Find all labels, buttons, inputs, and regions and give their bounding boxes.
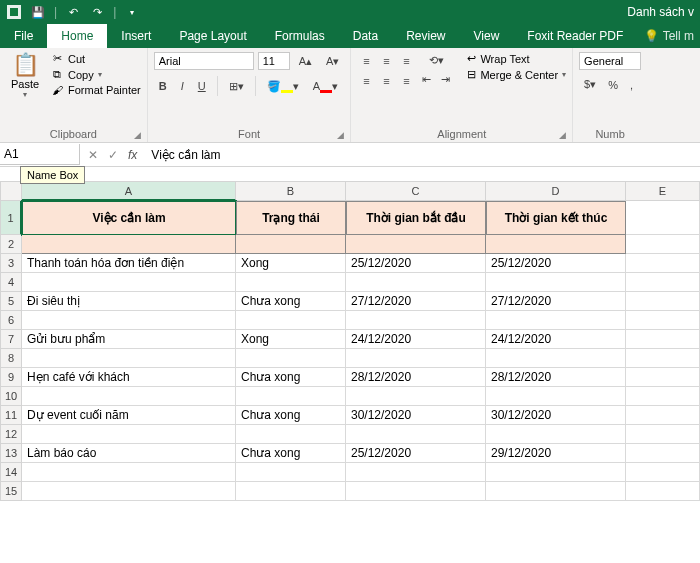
- cell[interactable]: [626, 201, 700, 235]
- align-center-icon[interactable]: ≡: [377, 72, 395, 90]
- cell[interactable]: [236, 425, 346, 444]
- cell[interactable]: [236, 482, 346, 501]
- cell[interactable]: [236, 349, 346, 368]
- tab-file[interactable]: File: [0, 24, 47, 48]
- row-header[interactable]: 14: [0, 463, 22, 482]
- fill-color-button[interactable]: 🪣▾: [262, 78, 304, 95]
- comma-format-button[interactable]: ,: [625, 76, 638, 93]
- row-header[interactable]: 3: [0, 254, 22, 273]
- cell[interactable]: 24/12/2020: [346, 330, 486, 349]
- cell[interactable]: [626, 482, 700, 501]
- increase-indent-icon[interactable]: ⇥: [436, 71, 455, 88]
- cell[interactable]: Chưa xong: [236, 406, 346, 425]
- tab-home[interactable]: Home: [47, 24, 107, 48]
- cancel-formula-icon[interactable]: ✕: [84, 148, 102, 162]
- cell[interactable]: Thời gian bắt đầu: [346, 201, 486, 235]
- row-header[interactable]: 6: [0, 311, 22, 330]
- column-header-B[interactable]: B: [236, 181, 346, 201]
- cell[interactable]: [486, 311, 626, 330]
- cell[interactable]: [22, 425, 236, 444]
- cell[interactable]: [346, 311, 486, 330]
- cell[interactable]: [346, 235, 486, 254]
- cell[interactable]: Gửi bưu phẩm: [22, 330, 236, 349]
- tab-formulas[interactable]: Formulas: [261, 24, 339, 48]
- save-icon[interactable]: 💾: [28, 2, 48, 22]
- row-header[interactable]: 10: [0, 387, 22, 406]
- cell[interactable]: 25/12/2020: [346, 254, 486, 273]
- accounting-format-button[interactable]: $▾: [579, 76, 601, 93]
- borders-button[interactable]: ⊞▾: [224, 78, 249, 95]
- cell[interactable]: [486, 273, 626, 292]
- font-color-button[interactable]: A▾: [308, 78, 343, 95]
- cell[interactable]: 30/12/2020: [346, 406, 486, 425]
- align-left-icon[interactable]: ≡: [357, 72, 375, 90]
- align-bottom-icon[interactable]: ≡: [397, 52, 415, 70]
- row-header[interactable]: 8: [0, 349, 22, 368]
- cell[interactable]: [486, 235, 626, 254]
- cell[interactable]: [626, 292, 700, 311]
- row-header[interactable]: 7: [0, 330, 22, 349]
- cell[interactable]: [22, 311, 236, 330]
- align-middle-icon[interactable]: ≡: [377, 52, 395, 70]
- cell[interactable]: [236, 235, 346, 254]
- underline-button[interactable]: U: [193, 78, 211, 94]
- merge-center-button[interactable]: ⊟Merge & Center▾: [467, 68, 566, 81]
- column-header-C[interactable]: C: [346, 181, 486, 201]
- cell[interactable]: Việc cần làm: [22, 201, 236, 235]
- cell[interactable]: [22, 482, 236, 501]
- cell[interactable]: 25/12/2020: [346, 444, 486, 463]
- cell[interactable]: [22, 349, 236, 368]
- column-header-A[interactable]: A: [22, 181, 236, 201]
- tab-data[interactable]: Data: [339, 24, 392, 48]
- cell[interactable]: 28/12/2020: [486, 368, 626, 387]
- cell[interactable]: [346, 273, 486, 292]
- cell[interactable]: Chưa xong: [236, 292, 346, 311]
- copy-button[interactable]: ⧉Copy▾: [50, 68, 141, 81]
- cell[interactable]: [626, 235, 700, 254]
- cell[interactable]: [346, 463, 486, 482]
- align-top-icon[interactable]: ≡: [357, 52, 375, 70]
- cell[interactable]: [236, 463, 346, 482]
- tab-insert[interactable]: Insert: [107, 24, 165, 48]
- cell[interactable]: [22, 273, 236, 292]
- decrease-indent-icon[interactable]: ⇤: [417, 71, 436, 88]
- decrease-font-icon[interactable]: A▾: [321, 53, 344, 70]
- cell[interactable]: Chưa xong: [236, 368, 346, 387]
- cell[interactable]: 29/12/2020: [486, 444, 626, 463]
- cell[interactable]: [486, 463, 626, 482]
- number-format-select[interactable]: [579, 52, 641, 70]
- cell[interactable]: 27/12/2020: [486, 292, 626, 311]
- cell[interactable]: [486, 425, 626, 444]
- cell[interactable]: [22, 235, 236, 254]
- cell[interactable]: Dự event cuối năm: [22, 406, 236, 425]
- cell[interactable]: Thời gian kết thúc: [486, 201, 626, 235]
- cell[interactable]: Làm báo cáo: [22, 444, 236, 463]
- tab-view[interactable]: View: [460, 24, 514, 48]
- select-all-corner[interactable]: [0, 181, 22, 201]
- row-header[interactable]: 9: [0, 368, 22, 387]
- orientation-button[interactable]: ⟲▾: [417, 52, 455, 69]
- cell[interactable]: Xong: [236, 254, 346, 273]
- font-name-select[interactable]: [154, 52, 254, 70]
- column-header-E[interactable]: E: [626, 181, 700, 201]
- row-header[interactable]: 11: [0, 406, 22, 425]
- cell[interactable]: [236, 273, 346, 292]
- formula-input[interactable]: [145, 145, 700, 165]
- cell[interactable]: Xong: [236, 330, 346, 349]
- tab-foxit[interactable]: Foxit Reader PDF: [513, 24, 637, 48]
- cell[interactable]: Chưa xong: [236, 444, 346, 463]
- undo-icon[interactable]: ↶: [63, 2, 83, 22]
- cell[interactable]: [626, 349, 700, 368]
- cell[interactable]: [346, 387, 486, 406]
- increase-font-icon[interactable]: A▴: [294, 53, 317, 70]
- redo-icon[interactable]: ↷: [87, 2, 107, 22]
- cell[interactable]: [236, 311, 346, 330]
- row-header[interactable]: 5: [0, 292, 22, 311]
- cell[interactable]: [486, 349, 626, 368]
- row-header[interactable]: 13: [0, 444, 22, 463]
- cut-button[interactable]: ✂Cut: [50, 52, 141, 65]
- column-header-D[interactable]: D: [486, 181, 626, 201]
- fx-icon[interactable]: fx: [124, 148, 141, 162]
- cell[interactable]: [626, 273, 700, 292]
- cell[interactable]: [346, 482, 486, 501]
